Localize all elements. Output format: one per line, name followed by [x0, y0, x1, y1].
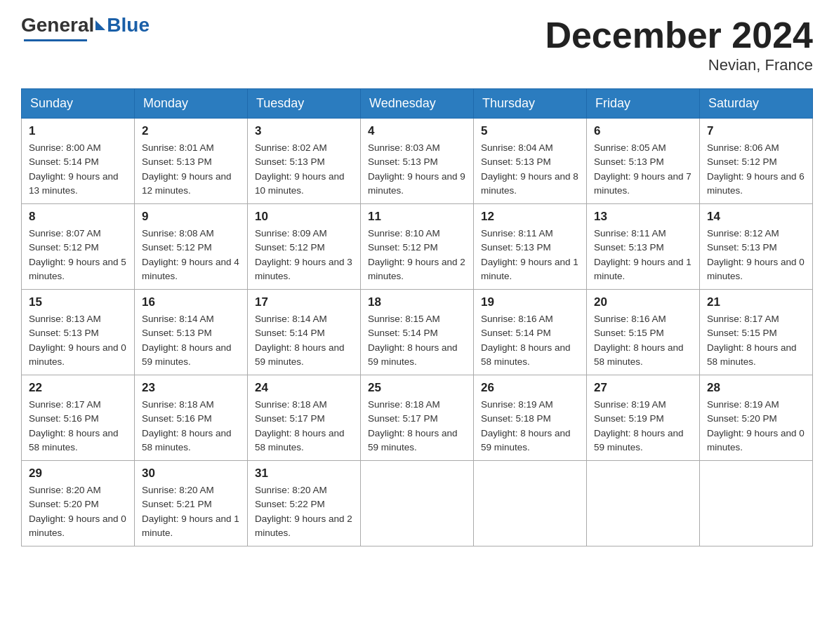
- day-info: Sunrise: 8:20 AMSunset: 5:20 PMDaylight:…: [29, 483, 127, 540]
- logo-general: General: [21, 14, 94, 36]
- day-number: 2: [142, 124, 240, 138]
- day-info: Sunrise: 8:05 AMSunset: 5:13 PMDaylight:…: [594, 141, 692, 198]
- calendar-cell: 12 Sunrise: 8:11 AMSunset: 5:13 PMDaylig…: [474, 204, 587, 290]
- calendar-cell: 28 Sunrise: 8:19 AMSunset: 5:20 PMDaylig…: [700, 375, 813, 461]
- calendar-cell: 9 Sunrise: 8:08 AMSunset: 5:12 PMDayligh…: [135, 204, 248, 290]
- day-info: Sunrise: 8:18 AMSunset: 5:17 PMDaylight:…: [368, 398, 466, 455]
- logo: General Blue: [21, 14, 150, 41]
- day-number: 22: [29, 381, 127, 395]
- day-number: 10: [255, 210, 353, 224]
- day-number: 13: [594, 210, 692, 224]
- calendar-cell: 10 Sunrise: 8:09 AMSunset: 5:12 PMDaylig…: [248, 204, 361, 290]
- day-number: 19: [481, 295, 579, 309]
- day-number: 23: [142, 381, 240, 395]
- calendar-cell: 30 Sunrise: 8:20 AMSunset: 5:21 PMDaylig…: [135, 461, 248, 546]
- day-info: Sunrise: 8:14 AMSunset: 5:13 PMDaylight:…: [142, 312, 240, 369]
- calendar-cell: 25 Sunrise: 8:18 AMSunset: 5:17 PMDaylig…: [361, 375, 474, 461]
- day-info: Sunrise: 8:11 AMSunset: 5:13 PMDaylight:…: [481, 227, 579, 283]
- day-info: Sunrise: 8:01 AMSunset: 5:13 PMDaylight:…: [142, 141, 240, 198]
- calendar-cell: 20 Sunrise: 8:16 AMSunset: 5:15 PMDaylig…: [587, 290, 700, 375]
- day-number: 12: [481, 210, 579, 224]
- day-info: Sunrise: 8:02 AMSunset: 5:13 PMDaylight:…: [255, 141, 353, 198]
- day-number: 29: [29, 467, 127, 481]
- day-number: 15: [29, 295, 127, 309]
- calendar-cell: 27 Sunrise: 8:19 AMSunset: 5:19 PMDaylig…: [587, 375, 700, 461]
- calendar-header-row: Sunday Monday Tuesday Wednesday Thursday…: [22, 89, 813, 119]
- day-number: 14: [707, 210, 805, 224]
- day-number: 9: [142, 210, 240, 224]
- day-info: Sunrise: 8:20 AMSunset: 5:21 PMDaylight:…: [142, 483, 240, 540]
- calendar-cell: 11 Sunrise: 8:10 AMSunset: 5:12 PMDaylig…: [361, 204, 474, 290]
- title-section: December 2024 Nevian, France: [545, 14, 813, 74]
- day-number: 16: [142, 295, 240, 309]
- calendar-cell: 31 Sunrise: 8:20 AMSunset: 5:22 PMDaylig…: [248, 461, 361, 546]
- calendar-cell: 16 Sunrise: 8:14 AMSunset: 5:13 PMDaylig…: [135, 290, 248, 375]
- calendar-cell: 1 Sunrise: 8:00 AMSunset: 5:14 PMDayligh…: [22, 119, 135, 204]
- day-info: Sunrise: 8:07 AMSunset: 5:12 PMDaylight:…: [29, 227, 127, 283]
- calendar-cell: 18 Sunrise: 8:15 AMSunset: 5:14 PMDaylig…: [361, 290, 474, 375]
- calendar-cell: 4 Sunrise: 8:03 AMSunset: 5:13 PMDayligh…: [361, 119, 474, 204]
- calendar-cell: [474, 461, 587, 546]
- calendar-cell: 19 Sunrise: 8:16 AMSunset: 5:14 PMDaylig…: [474, 290, 587, 375]
- day-number: 1: [29, 124, 127, 138]
- calendar-week-row: 22 Sunrise: 8:17 AMSunset: 5:16 PMDaylig…: [22, 375, 813, 461]
- calendar-cell: [587, 461, 700, 546]
- day-number: 21: [707, 295, 805, 309]
- day-info: Sunrise: 8:11 AMSunset: 5:13 PMDaylight:…: [594, 227, 692, 283]
- day-number: 5: [481, 124, 579, 138]
- day-number: 7: [707, 124, 805, 138]
- day-info: Sunrise: 8:20 AMSunset: 5:22 PMDaylight:…: [255, 483, 353, 540]
- calendar-cell: [700, 461, 813, 546]
- day-info: Sunrise: 8:14 AMSunset: 5:14 PMDaylight:…: [255, 312, 353, 369]
- calendar-cell: 7 Sunrise: 8:06 AMSunset: 5:12 PMDayligh…: [700, 119, 813, 204]
- logo-triangle-icon: [95, 20, 105, 30]
- calendar-cell: 8 Sunrise: 8:07 AMSunset: 5:12 PMDayligh…: [22, 204, 135, 290]
- day-info: Sunrise: 8:18 AMSunset: 5:17 PMDaylight:…: [255, 398, 353, 455]
- calendar-week-row: 1 Sunrise: 8:00 AMSunset: 5:14 PMDayligh…: [22, 119, 813, 204]
- calendar-cell: 23 Sunrise: 8:18 AMSunset: 5:16 PMDaylig…: [135, 375, 248, 461]
- calendar-cell: 29 Sunrise: 8:20 AMSunset: 5:20 PMDaylig…: [22, 461, 135, 546]
- day-info: Sunrise: 8:19 AMSunset: 5:18 PMDaylight:…: [481, 398, 579, 455]
- calendar-cell: 24 Sunrise: 8:18 AMSunset: 5:17 PMDaylig…: [248, 375, 361, 461]
- day-info: Sunrise: 8:08 AMSunset: 5:12 PMDaylight:…: [142, 227, 240, 283]
- day-info: Sunrise: 8:00 AMSunset: 5:14 PMDaylight:…: [29, 141, 127, 198]
- day-info: Sunrise: 8:10 AMSunset: 5:12 PMDaylight:…: [368, 227, 466, 283]
- day-info: Sunrise: 8:16 AMSunset: 5:15 PMDaylight:…: [594, 312, 692, 369]
- calendar-cell: 2 Sunrise: 8:01 AMSunset: 5:13 PMDayligh…: [135, 119, 248, 204]
- day-number: 27: [594, 381, 692, 395]
- col-friday: Friday: [587, 89, 700, 119]
- day-info: Sunrise: 8:19 AMSunset: 5:19 PMDaylight:…: [594, 398, 692, 455]
- calendar-week-row: 8 Sunrise: 8:07 AMSunset: 5:12 PMDayligh…: [22, 204, 813, 290]
- day-info: Sunrise: 8:19 AMSunset: 5:20 PMDaylight:…: [707, 398, 805, 455]
- day-number: 25: [368, 381, 466, 395]
- calendar-cell: [361, 461, 474, 546]
- day-info: Sunrise: 8:12 AMSunset: 5:13 PMDaylight:…: [707, 227, 805, 283]
- calendar-cell: 21 Sunrise: 8:17 AMSunset: 5:15 PMDaylig…: [700, 290, 813, 375]
- col-thursday: Thursday: [474, 89, 587, 119]
- day-number: 11: [368, 210, 466, 224]
- day-number: 4: [368, 124, 466, 138]
- day-number: 20: [594, 295, 692, 309]
- calendar-cell: 15 Sunrise: 8:13 AMSunset: 5:13 PMDaylig…: [22, 290, 135, 375]
- day-info: Sunrise: 8:06 AMSunset: 5:12 PMDaylight:…: [707, 141, 805, 198]
- day-number: 24: [255, 381, 353, 395]
- day-number: 6: [594, 124, 692, 138]
- calendar-cell: 17 Sunrise: 8:14 AMSunset: 5:14 PMDaylig…: [248, 290, 361, 375]
- day-number: 26: [481, 381, 579, 395]
- day-number: 8: [29, 210, 127, 224]
- day-info: Sunrise: 8:17 AMSunset: 5:15 PMDaylight:…: [707, 312, 805, 369]
- month-title: December 2024: [545, 14, 813, 56]
- day-info: Sunrise: 8:03 AMSunset: 5:13 PMDaylight:…: [368, 141, 466, 198]
- day-info: Sunrise: 8:18 AMSunset: 5:16 PMDaylight:…: [142, 398, 240, 455]
- logo-blue: Blue: [107, 14, 150, 36]
- day-info: Sunrise: 8:13 AMSunset: 5:13 PMDaylight:…: [29, 312, 127, 369]
- location-title: Nevian, France: [545, 56, 813, 74]
- page-header: General Blue December 2024 Nevian, Franc…: [21, 14, 813, 74]
- day-number: 3: [255, 124, 353, 138]
- col-wednesday: Wednesday: [361, 89, 474, 119]
- day-number: 17: [255, 295, 353, 309]
- day-info: Sunrise: 8:15 AMSunset: 5:14 PMDaylight:…: [368, 312, 466, 369]
- calendar-cell: 3 Sunrise: 8:02 AMSunset: 5:13 PMDayligh…: [248, 119, 361, 204]
- day-info: Sunrise: 8:04 AMSunset: 5:13 PMDaylight:…: [481, 141, 579, 198]
- day-info: Sunrise: 8:17 AMSunset: 5:16 PMDaylight:…: [29, 398, 127, 455]
